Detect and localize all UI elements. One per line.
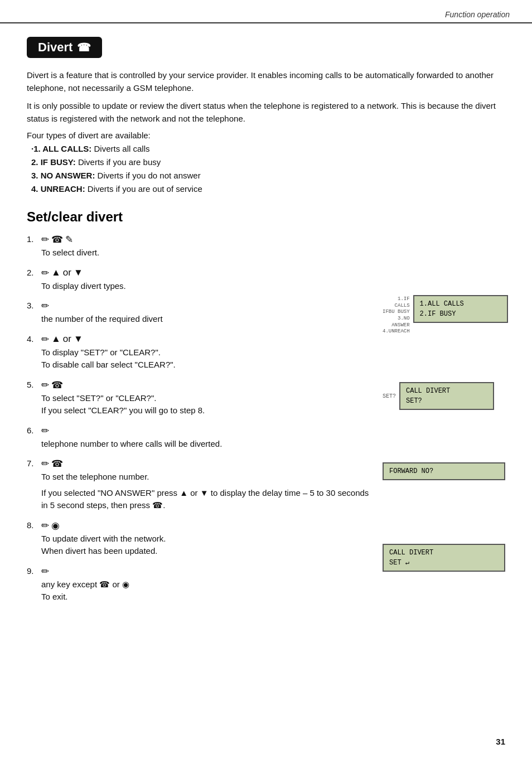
step-2: 2. ✏ ▲ or ▼ To display divert types. (27, 267, 371, 293)
lcd-line-1a: 1.ALL CALLS (420, 299, 501, 309)
down-icon-2: ▼ (74, 267, 83, 278)
lcd-spacer-3 (383, 418, 505, 462)
down-icon-4: ▼ (74, 334, 83, 345)
up-icon-2: ▲ (51, 267, 61, 278)
or-text-2: or (63, 267, 71, 278)
step-5-desc2: If you select "CLEAR?" you will go to st… (41, 404, 371, 417)
lcd-side-line4: 4.UNREACH (383, 329, 410, 335)
step-5-body: ✏ ☎ To select "SET?" or "CLEAR?". If you… (41, 379, 371, 417)
step-4-num: 4. (27, 334, 41, 344)
intro-para1: Divert is a feature that is controlled b… (27, 69, 505, 94)
main-layout: 1. ✏ ☎ ✎ To select divert. 2. ✏ ▲ (27, 234, 505, 611)
type-item-2: 2. IF BUSY: Diverts if you are busy (31, 156, 505, 169)
step-3-icons: ✏ (41, 300, 371, 312)
lcd-screen-2-wrapper: SET? CALL DIVERT SET? (383, 382, 505, 410)
lcd-line-4b: SET ↵ (389, 558, 499, 568)
phone-icon-9: ☎ (99, 580, 110, 589)
section-heading: Set/clear divert (27, 209, 505, 225)
end-icon-9: ◉ (122, 580, 129, 589)
types-list: ·1. ALL CALLS: Diverts all calls 2. IF B… (31, 142, 505, 196)
intro-para2: It is only possible to update or review … (27, 100, 505, 125)
step-3-body: ✏ the number of the required divert (41, 300, 371, 326)
type-item-3: 3. NO ANSWER: Diverts if you do not answ… (31, 169, 505, 182)
lcd-side-line3: 3.NO ANSWER (383, 316, 410, 329)
lcd-screen-4: CALL DIVERT SET ↵ (383, 544, 505, 572)
step-5-icons: ✏ ☎ (41, 379, 371, 391)
type-item-1: ·1. ALL CALLS: Diverts all calls (31, 142, 505, 156)
step-4-body: ✏ ▲ or ▼ To display "SET?" or "CLEAR?". … (41, 334, 371, 371)
step-5: 5. ✏ ☎ To select "SET?" or "CLEAR?". If … (27, 379, 371, 417)
lcd-spacer-2 (383, 343, 505, 382)
step-5-num: 5. (27, 379, 41, 389)
down-icon-7a: ▼ (200, 488, 209, 498)
step-1-desc: To select divert. (41, 247, 371, 259)
step-8-num: 8. (27, 520, 41, 530)
end-icon-8: ◉ (51, 520, 60, 532)
step-4-desc2: To disable call bar select "CLEAR?". (41, 359, 371, 371)
lcd-side-line2: IFBU BUSY (383, 309, 410, 316)
lcd-line-2b: SET? (406, 396, 487, 406)
step-1-num: 1. (27, 234, 41, 244)
step-8-icons: ✏ ◉ (41, 520, 371, 532)
phone-icon-1: ☎ (51, 234, 63, 245)
finger-icon-9: ✏ (41, 566, 49, 577)
menu-icon-1: ✎ (65, 234, 73, 245)
step-7-body: ✏ ☎ To set the telephone number. If you … (41, 458, 371, 512)
up-icon-7a: ▲ (180, 488, 188, 498)
phone-icon-7: ☎ (51, 458, 63, 470)
step-8-desc2: When divert has been updated. (41, 545, 371, 558)
step-3: 3. ✏ the number of the required divert (27, 300, 371, 326)
step-6-num: 6. (27, 425, 41, 435)
lcd-spacer-top (383, 234, 505, 295)
step-2-body: ✏ ▲ or ▼ To display divert types. (41, 267, 371, 293)
finger-icon-1: ✏ (41, 234, 49, 245)
lcd-spacer-4 (383, 488, 505, 544)
step-1: 1. ✏ ☎ ✎ To select divert. (27, 234, 371, 259)
step-6-body: ✏ telephone number to where calls will b… (41, 425, 371, 451)
steps-left: 1. ✏ ☎ ✎ To select divert. 2. ✏ ▲ (27, 234, 383, 611)
type-3-bold: 3. NO ANSWER: (31, 171, 95, 180)
type-4-bold: 4. UNREACH: (31, 184, 85, 194)
divert-icon: ☎ (77, 41, 91, 54)
lcd-screen-4-wrapper: CALL DIVERT SET ↵ (383, 544, 505, 572)
page-header: Function operation (0, 0, 532, 23)
types-intro: Four types of divert are available: (27, 131, 505, 140)
finger-icon-5: ✏ (41, 379, 49, 391)
lcd-side-set: SET? (383, 393, 396, 399)
finger-icon-6: ✏ (41, 425, 49, 437)
step-2-num: 2. (27, 267, 41, 277)
step-3-num: 3. (27, 300, 41, 310)
finger-icon-8: ✏ (41, 520, 49, 532)
lcd-screen-1: 1.ALL CALLS 2.IF BUSY (413, 295, 508, 323)
lcd-side-line1: 1.IF CALLS (383, 296, 410, 309)
step-9: 9. ✏ any key except ☎ or ◉ To exit. (27, 566, 371, 603)
step-9-desc1: any key except ☎ or ◉ (41, 578, 371, 591)
page-content: Divert ☎ Divert is a feature that is con… (0, 23, 532, 634)
lcd-screen-2-side: SET? (383, 393, 396, 399)
type-1-bold: ·1. ALL CALLS: (31, 144, 91, 153)
step-9-body: ✏ any key except ☎ or ◉ To exit. (41, 566, 371, 603)
lcd-screen-2: CALL DIVERT SET? (399, 382, 494, 410)
type-item-4: 4. UNREACH: Diverts if you are out of se… (31, 182, 505, 196)
finger-icon-2: ✏ (41, 267, 49, 279)
lcd-line-2a: CALL DIVERT (406, 386, 487, 396)
step-4-desc1: To display "SET?" or "CLEAR?". (41, 346, 371, 359)
lcd-line-1b: 2.IF BUSY (420, 309, 501, 319)
step-3-desc: the number of the required divert (41, 313, 371, 326)
step-6: 6. ✏ telephone number to where calls wil… (27, 425, 371, 451)
step-9-icons: ✏ (41, 566, 371, 577)
finger-icon-3: ✏ (41, 300, 49, 312)
step-8-desc1: To update divert with the network. (41, 533, 371, 545)
phone-icon-7b: ☎ (152, 500, 163, 510)
step-2-desc: To display divert types. (41, 280, 371, 293)
finger-icon-7: ✏ (41, 458, 49, 470)
lcd-line-4a: CALL DIVERT (389, 548, 499, 558)
finger-icon-4: ✏ (41, 334, 49, 345)
phone-icon-5: ☎ (51, 379, 63, 391)
step-1-body: ✏ ☎ ✎ To select divert. (41, 234, 371, 259)
lcd-screen-1-wrapper: 1.IF CALLS IFBU BUSY 3.NO ANSWER 4.UNREA… (383, 295, 505, 335)
step-2-icons: ✏ ▲ or ▼ (41, 267, 371, 279)
step-8-body: ✏ ◉ To update divert with the network. W… (41, 520, 371, 558)
lcd-line-3a: FORWARD NO? (389, 466, 499, 476)
lcd-screen-1-side: 1.IF CALLS IFBU BUSY 3.NO ANSWER 4.UNREA… (383, 295, 410, 335)
